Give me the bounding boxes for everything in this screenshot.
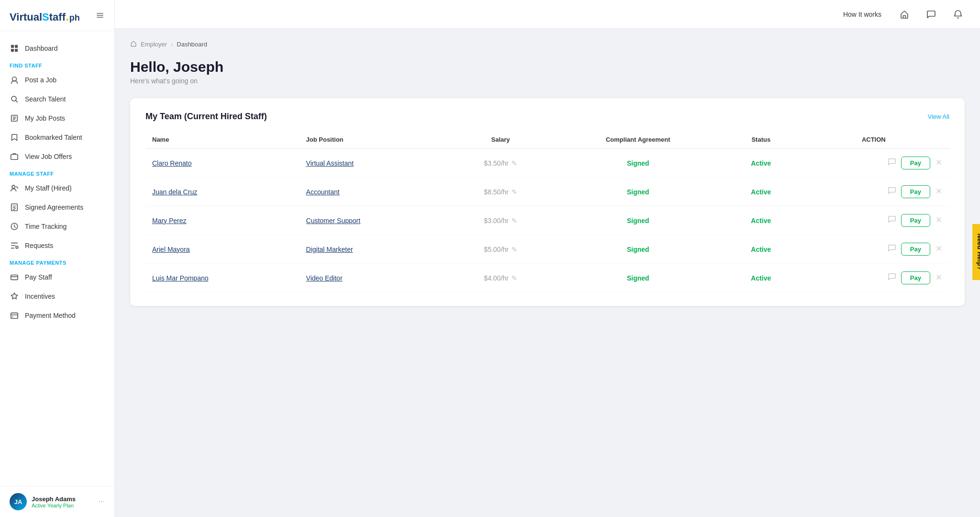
job-title-link[interactable]: Digital Marketer [306, 246, 353, 253]
card-title: My Team (Current Hired Staff) [145, 112, 267, 122]
status-badge: Active [751, 246, 771, 253]
sidebar-item-search-talent[interactable]: Search Talent [0, 90, 114, 109]
sidebar-item-pay-staff[interactable]: Pay Staff [0, 268, 114, 287]
table-row: Mary Perez Customer Support $3.00/hr ✎ S… [145, 206, 949, 235]
delete-icon[interactable] [935, 158, 943, 168]
more-options-button[interactable]: ··· [99, 497, 105, 506]
table-row: Juan dela Cruz Accountant $8.50/hr ✎ Sig… [145, 178, 949, 206]
job-title-link[interactable]: Video Editor [306, 274, 343, 282]
staff-name-link[interactable]: Claro Renato [152, 159, 192, 167]
table-header: Name Job Position Salary Compliant Agree… [145, 131, 949, 148]
message-icon[interactable] [888, 186, 896, 197]
edit-salary-icon[interactable]: ✎ [512, 188, 517, 196]
status-badge: Active [751, 274, 771, 282]
breadcrumb-employer[interactable]: Employer [141, 41, 167, 48]
delete-icon[interactable] [935, 216, 943, 225]
pay-button[interactable]: Pay [901, 185, 930, 198]
agreement-status: Signed [627, 274, 649, 282]
job-title-link[interactable]: Virtual Assistant [306, 159, 354, 167]
sidebar-item-my-staff[interactable]: My Staff (Hired) [0, 179, 114, 198]
staff-name-link[interactable]: Ariel Mayora [152, 246, 190, 253]
sidebar-item-incentives[interactable]: Incentives [0, 287, 114, 306]
sidebar-item-my-job-posts[interactable]: My Job Posts [0, 109, 114, 128]
how-it-works-link[interactable]: How It works [843, 11, 881, 18]
sidebar-my-staff-label: My Staff (Hired) [25, 184, 72, 192]
breadcrumb-home-icon [130, 40, 137, 48]
sidebar-item-requests[interactable]: Requests [0, 236, 114, 255]
svg-rect-0 [97, 13, 103, 14]
delete-icon[interactable] [935, 245, 943, 254]
sidebar-my-job-posts-label: My Job Posts [25, 114, 65, 122]
job-title-link[interactable]: Accountant [306, 188, 340, 196]
agreement-status: Signed [627, 246, 649, 253]
job-position-cell: Customer Support [300, 206, 449, 235]
chat-icon-button[interactable] [923, 6, 940, 23]
sidebar-time-tracking-label: Time Tracking [25, 223, 67, 230]
message-icon[interactable] [888, 215, 896, 226]
sidebar-item-bookmarked-talent[interactable]: Bookmarked Talent [0, 128, 114, 147]
staff-name-cell: Claro Renato [145, 148, 300, 178]
sidebar-search-talent-label: Search Talent [25, 95, 66, 103]
staff-name-link[interactable]: Juan dela Cruz [152, 188, 197, 196]
status-badge: Active [751, 159, 771, 167]
svg-rect-5 [11, 49, 14, 52]
message-icon[interactable] [888, 272, 896, 283]
action-cell: Pay [798, 206, 949, 235]
pay-button[interactable]: Pay [901, 214, 930, 227]
status-badge: Active [751, 217, 771, 225]
pay-button[interactable]: Pay [901, 157, 930, 169]
table-row: Luis Mar Pompano Video Editor $4.00/hr ✎… [145, 264, 949, 292]
action-cell: Pay [798, 178, 949, 206]
sidebar-signed-agreements-label: Signed Agreements [25, 203, 83, 211]
message-icon[interactable] [888, 157, 896, 169]
table-row: Ariel Mayora Digital Marketer $5.00/hr ✎… [145, 235, 949, 264]
collapse-sidebar-button[interactable] [95, 11, 105, 22]
greeting-subtitle: Here's what's going on [130, 77, 965, 85]
status-cell: Active [724, 148, 798, 178]
breadcrumb-separator: › [171, 41, 173, 48]
sidebar-requests-label: Requests [25, 242, 53, 249]
team-card: My Team (Current Hired Staff) View All N… [130, 98, 965, 306]
delete-icon[interactable] [935, 187, 943, 197]
sidebar-payment-method-label: Payment Method [25, 312, 76, 319]
my-job-posts-icon [10, 113, 19, 123]
job-position-cell: Accountant [300, 178, 449, 206]
svg-point-11 [12, 185, 15, 188]
status-badge: Active [751, 188, 771, 196]
bell-icon-button[interactable] [949, 6, 967, 23]
edit-salary-icon[interactable]: ✎ [512, 274, 517, 282]
message-icon[interactable] [888, 244, 896, 255]
edit-salary-icon[interactable]: ✎ [512, 159, 517, 167]
main-wrapper: How It works Employer › Dashboard Hello,… [115, 0, 980, 517]
pay-button[interactable]: Pay [901, 271, 930, 284]
home-icon-button[interactable] [896, 6, 913, 23]
home-icon [900, 10, 909, 19]
salary-cell: $8.50/hr ✎ [449, 178, 552, 206]
incentives-icon [10, 292, 19, 301]
need-help-button[interactable]: Need Help? [973, 224, 980, 280]
view-all-link[interactable]: View All [928, 113, 949, 120]
job-title-link[interactable]: Customer Support [306, 217, 361, 225]
sidebar-item-dashboard[interactable]: Dashboard [0, 39, 114, 58]
delete-icon[interactable] [935, 273, 943, 283]
sidebar-item-view-job-offers[interactable]: View Job Offers [0, 147, 114, 166]
sidebar-item-signed-agreements[interactable]: Signed Agreements [0, 198, 114, 217]
sidebar-item-payment-method[interactable]: Payment Method [0, 306, 114, 325]
section-label-find-staff: Find staff [0, 58, 114, 70]
section-label-manage-payments: Manage Payments [0, 255, 114, 268]
salary-cell: $3.50/hr ✎ [449, 148, 552, 178]
pay-button[interactable]: Pay [901, 243, 930, 256]
staff-name-link[interactable]: Mary Perez [152, 217, 187, 225]
agreement-cell: Signed [552, 206, 724, 235]
svg-rect-6 [15, 49, 18, 52]
sidebar-item-post-a-job[interactable]: Post a Job [0, 70, 114, 90]
staff-name-link[interactable]: Luis Mar Pompano [152, 274, 209, 282]
sidebar-logo-area: VirtualStaff.ph [0, 0, 114, 31]
status-cell: Active [724, 264, 798, 292]
section-label-manage-staff: Manage Staff [0, 166, 114, 179]
sidebar-item-time-tracking[interactable]: Time Tracking [0, 217, 114, 236]
edit-salary-icon[interactable]: ✎ [512, 246, 517, 253]
svg-rect-16 [11, 313, 18, 319]
edit-salary-icon[interactable]: ✎ [512, 217, 517, 225]
salary-value: $5.00/hr [484, 246, 508, 253]
